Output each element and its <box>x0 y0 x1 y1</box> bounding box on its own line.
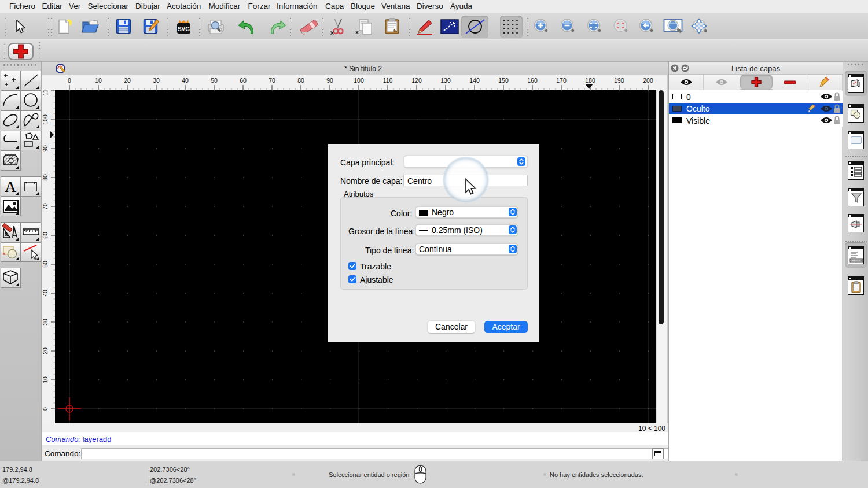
svg-text:20: 20 <box>124 77 131 84</box>
svg-text:110: 110 <box>42 90 49 95</box>
svg-text:130: 130 <box>440 77 451 84</box>
svg-text:10: 10 <box>42 376 49 383</box>
svg-text:160: 160 <box>527 77 538 84</box>
svg-text:30: 30 <box>153 77 160 84</box>
svg-text:50: 50 <box>211 77 218 84</box>
svg-text:60: 60 <box>240 77 247 84</box>
svg-text:70: 70 <box>269 77 275 84</box>
svg-text:110: 110 <box>383 77 393 84</box>
svg-text:180: 180 <box>585 77 595 84</box>
svg-text:40: 40 <box>182 77 189 84</box>
svg-text:100: 100 <box>354 77 364 84</box>
svg-text:190: 190 <box>614 77 624 84</box>
svg-text:80: 80 <box>297 77 304 84</box>
svg-text:80: 80 <box>42 174 49 181</box>
svg-text:30: 30 <box>42 319 49 326</box>
svg-text:120: 120 <box>411 77 422 84</box>
svg-text:100: 100 <box>42 114 49 125</box>
svg-text:90: 90 <box>326 77 333 84</box>
svg-text:50: 50 <box>42 261 49 268</box>
svg-text:200: 200 <box>643 77 653 84</box>
svg-text:0: 0 <box>68 77 71 84</box>
svg-text:10: 10 <box>95 77 102 84</box>
svg-text:c command: c command <box>851 259 863 262</box>
svg-text:90: 90 <box>42 145 49 152</box>
svg-text:60: 60 <box>42 232 49 239</box>
svg-text:150: 150 <box>498 77 509 84</box>
svg-text:20: 20 <box>42 347 49 354</box>
svg-text:0: 0 <box>42 407 49 411</box>
svg-text:70: 70 <box>42 203 49 210</box>
svg-text:140: 140 <box>469 77 480 84</box>
svg-text:40: 40 <box>42 290 49 297</box>
svg-text:SVG: SVG <box>178 26 190 32</box>
svg-text:170: 170 <box>556 77 567 84</box>
svg-text:A: A <box>4 178 16 195</box>
